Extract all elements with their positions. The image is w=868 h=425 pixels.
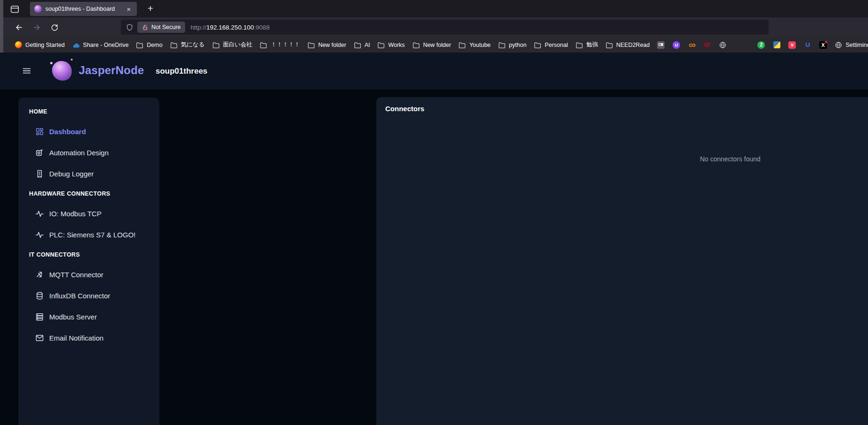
bookmark-item[interactable]: co <box>688 41 696 49</box>
tab-title: soup01threes - Dashboard <box>45 6 121 12</box>
sidebar-item-modbus-server[interactable]: Modbus Server <box>18 306 159 327</box>
x-icon: X <box>819 41 827 49</box>
mail-icon <box>35 334 44 342</box>
sidebar-item-dashboard[interactable]: Dashboard <box>18 121 159 142</box>
back-button[interactable] <box>12 21 25 34</box>
app-header: JasperNode soup01threes <box>0 53 868 89</box>
app-icon <box>657 41 665 49</box>
activity-icon <box>35 209 44 218</box>
sidebar-item-label: Debug Logger <box>49 170 94 178</box>
bookmark-label: Getting Started <box>25 42 65 48</box>
bookmark-item[interactable]: 2 <box>757 41 765 49</box>
url-text: http://192.168.250.100:9088 <box>191 24 270 31</box>
bookmark-item[interactable]: U <box>803 41 812 49</box>
sidebar-item-label: Email Notification <box>49 334 104 342</box>
sidebar-item-label: IO: Modbus TCP <box>49 210 101 218</box>
browser-tab[interactable]: soup01threes - Dashboard × <box>30 2 137 16</box>
bookmark-item[interactable]: python <box>498 41 527 49</box>
bookmark-item[interactable]: v <box>788 41 796 49</box>
panel-title: Connectors <box>385 105 424 113</box>
bookmark-item[interactable]: Share - OneDrive <box>72 41 128 49</box>
folder-icon <box>498 41 506 49</box>
influx-icon <box>35 291 44 300</box>
sidebar-item-io-modbus-tcp[interactable]: IO: Modbus TCP <box>18 203 159 224</box>
bookmark-label: 勉強 <box>586 41 598 49</box>
screen-edge-sliver <box>0 0 3 53</box>
automation-icon <box>35 148 44 157</box>
bookmark-item[interactable] <box>718 41 727 49</box>
dashboard-icon <box>35 127 44 136</box>
bookmark-item[interactable]: NEED2Read <box>605 41 650 49</box>
server-icon <box>35 312 44 321</box>
bookmark-label: NEED2Read <box>616 42 650 48</box>
sidebar-section-label: IT CONNECTORS <box>18 251 159 258</box>
bookmark-item[interactable]: New folder <box>307 41 346 49</box>
sidebar-item-automation-design[interactable]: Automation Design <box>18 142 159 163</box>
folder-icon <box>353 41 362 49</box>
firefox-view-icon[interactable] <box>8 3 21 15</box>
bookmark-item[interactable]: AI <box>353 41 370 49</box>
folder-icon <box>307 41 315 49</box>
bookmark-item[interactable]: New folder <box>412 41 451 49</box>
tracking-protection-shield-icon[interactable] <box>126 23 134 31</box>
bookmark-item[interactable]: Personal <box>533 41 568 49</box>
instance-name: soup01threes <box>156 67 208 76</box>
bookmark-item[interactable]: 気になる <box>170 41 205 49</box>
bookmark-item[interactable] <box>772 41 781 49</box>
bookmark-label: 面白い会社 <box>223 41 253 49</box>
screenshot-root: soup01threes - Dashboard × + <box>0 0 868 425</box>
reload-button[interactable] <box>48 21 61 34</box>
bookmark-item[interactable]: ！！！！！ <box>259 41 300 49</box>
folder-icon <box>533 41 542 49</box>
udacity-icon: U <box>803 41 812 49</box>
menu-toggle-button[interactable] <box>21 65 33 77</box>
jaspernode-logo <box>52 61 72 81</box>
globe-icon <box>834 41 843 49</box>
url-host: 192.168.250.100 <box>206 24 254 31</box>
forward-button[interactable] <box>30 21 43 34</box>
broken-lock-icon <box>142 24 149 31</box>
sidebar-nav: HOMEDashboardAutomation DesignDebug Logg… <box>18 108 159 349</box>
bookmark-item[interactable]: O’ <box>703 41 711 49</box>
folder-icon <box>605 41 614 49</box>
bookmark-item[interactable]: Youtube <box>458 41 490 49</box>
browser-nav-bar: Not Secure http://192.168.250.100:9088 <box>0 17 868 37</box>
bookmark-label: Personal <box>545 42 568 48</box>
bookmark-item[interactable]: Demo <box>135 41 162 49</box>
folder-icon <box>458 41 466 49</box>
bookmark-label: Settimino Homepage ... <box>846 42 868 48</box>
bookmark-label: ！！！！！ <box>270 41 300 49</box>
new-tab-button[interactable]: + <box>143 1 157 15</box>
oreilly-icon: O’ <box>703 41 711 49</box>
bookmark-label: New folder <box>318 42 346 48</box>
bookmark-label: Works <box>388 42 404 48</box>
not-secure-badge[interactable]: Not Secure <box>137 22 185 33</box>
bookmark-item[interactable]: U <box>672 41 681 49</box>
bookmark-item[interactable]: 面白い会社 <box>212 41 253 49</box>
empty-state-message: No connectors found <box>376 155 868 163</box>
connectors-panel: Connectors No connectors found <box>376 97 868 425</box>
bookmark-item[interactable]: Works <box>377 41 404 49</box>
sidebar-item-plc-siemens-s7-logo[interactable]: PLC: Siemens S7 & LOGO! <box>18 224 159 245</box>
bookmark-item[interactable]: X <box>819 41 827 49</box>
sidebar-item-debug-logger[interactable]: Debug Logger <box>18 163 159 184</box>
url-bar[interactable]: Not Secure http://192.168.250.100:9088 <box>121 20 769 35</box>
bookmark-item[interactable]: 勉強 <box>575 41 598 49</box>
sidebar-item-email-notification[interactable]: Email Notification <box>18 327 159 349</box>
bookmark-item[interactable]: Settimino Homepage ... <box>834 41 868 49</box>
sidebar-item-label: Modbus Server <box>49 313 97 321</box>
tab-close-icon[interactable]: × <box>125 5 133 14</box>
bookmark-item[interactable]: Getting Started <box>14 41 65 49</box>
bookmark-item[interactable] <box>657 41 665 49</box>
url-scheme: http:// <box>191 24 207 31</box>
sidebar-item-label: Dashboard <box>49 128 86 136</box>
mqtt-icon <box>35 270 44 279</box>
sidebar-section-label: HARDWARE CONNECTORS <box>18 190 159 197</box>
folder-icon <box>135 41 144 49</box>
not-secure-label: Not Secure <box>151 24 181 30</box>
folder-icon <box>575 41 584 49</box>
globe-icon <box>718 41 727 49</box>
sidebar-item-influxdb-connector[interactable]: InfluxDB Connector <box>18 285 159 306</box>
sidebar-item-mqtt-connector[interactable]: MQTT Connector <box>18 264 159 285</box>
folder-icon <box>377 41 385 49</box>
